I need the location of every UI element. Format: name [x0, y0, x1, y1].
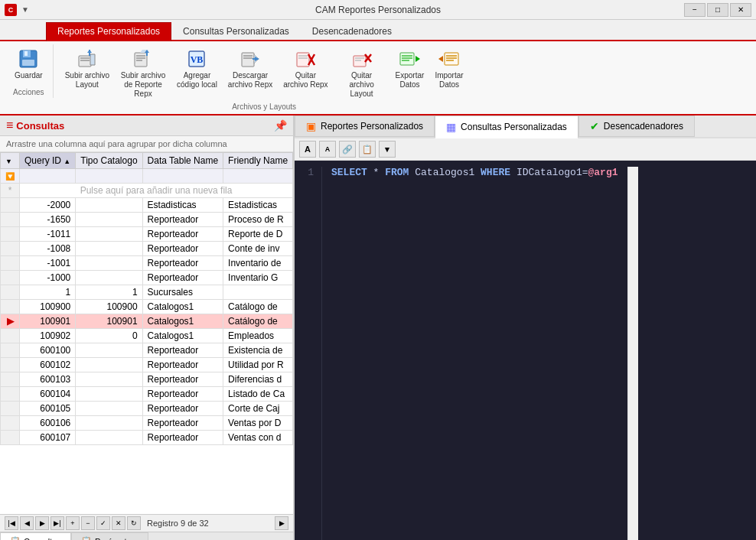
sql-editor[interactable]: 1 SELECT * FROM Catalogos1 WHERE IDCatal… — [295, 161, 756, 540]
nav-first-button[interactable]: |◀ — [5, 516, 18, 530]
more-button[interactable]: ▾ — [379, 141, 396, 158]
cell-query-id: 1 — [20, 285, 76, 300]
download-repx-button[interactable]: Descargararchivo Repx — [224, 44, 276, 92]
reportes-tab-label: Reportes Personalizados — [321, 121, 423, 132]
upload-repx-icon — [131, 47, 155, 71]
table-row[interactable]: -1000 Reporteador Inventario G — [1, 271, 293, 285]
upload-repx-button[interactable]: Subir archivode Reporte Repx — [116, 44, 170, 101]
cell-tipo — [76, 431, 142, 445]
svg-rect-31 — [355, 57, 364, 59]
table-row[interactable]: -2000 Estadisticas Estadisticas — [1, 198, 293, 213]
table-row[interactable]: 600106 Reporteador Ventas por D — [1, 416, 293, 431]
nav-add-button[interactable]: + — [66, 516, 80, 530]
remove-repx-button[interactable]: Quitararchivo Repx — [279, 44, 331, 92]
filter-query-id-input[interactable] — [24, 171, 70, 181]
link-button[interactable]: 🔗 — [339, 141, 356, 158]
sql-condition: IDCatalogo1= — [510, 167, 588, 178]
quick-access[interactable]: ▼ — [21, 5, 29, 14]
sql-from-kw: FROM — [385, 167, 409, 178]
new-row-text[interactable]: Pulse aquí para añadir una nueva fila — [20, 184, 293, 198]
cell-friendly: Existencia de — [223, 343, 293, 358]
add-code-button[interactable]: VB Agregarcódigo local — [173, 44, 221, 92]
cell-query-id: 600107 — [20, 431, 76, 445]
pin-button[interactable]: 📌 — [274, 119, 287, 132]
upload-layout-button[interactable]: Subir archivoLayout — [61, 44, 113, 92]
cell-tipo — [76, 271, 142, 285]
cell-friendly — [223, 285, 293, 300]
filter-query-id[interactable] — [20, 169, 76, 184]
tab-consultas[interactable]: Consultas Personalizadas — [171, 22, 301, 40]
nav-delete-button[interactable]: − — [81, 516, 95, 530]
right-tab-reportes[interactable]: ▣ Reportes Personalizados — [295, 115, 435, 137]
bottom-tab-consultas[interactable]: 📋 Consultas — [0, 532, 71, 540]
remove-layout-button[interactable]: Quitar archivoLayout — [335, 44, 389, 101]
group-by-bar: Arrastre una columna aquí para agrupar p… — [0, 136, 293, 152]
right-tab-desencadenadores[interactable]: ✔ Desencadenadores — [578, 115, 695, 137]
right-panel-tabs: ▣ Reportes Personalizados ▦ Consultas Pe… — [295, 115, 756, 138]
table-row[interactable]: -1008 Reporteador Conte de inv — [1, 242, 293, 256]
filter-tipo[interactable] — [76, 169, 142, 184]
table-row[interactable]: -1001 Reporteador Inventario de — [1, 256, 293, 271]
new-row-indicator: * — [1, 184, 20, 198]
cell-tipo — [76, 242, 142, 256]
minimize-button[interactable]: − — [684, 3, 705, 17]
save-button[interactable]: Guardar — [11, 44, 47, 83]
col-friendly[interactable]: Friendly Name — [223, 153, 293, 169]
filter-friendly[interactable] — [223, 169, 293, 184]
font-smaller-button[interactable]: A — [319, 141, 336, 158]
bottom-tab-parametros[interactable]: 📋 Parámetros — [71, 532, 148, 540]
cell-tipo — [76, 372, 142, 387]
table-row[interactable]: -1650 Reporteador Proceso de R — [1, 213, 293, 227]
remove-repx-label: Quitararchivo Repx — [283, 71, 327, 89]
filter-tipo-input[interactable] — [80, 171, 137, 181]
copy-button[interactable]: 📋 — [359, 141, 376, 158]
tab-reportes[interactable]: Reportes Personalizados — [46, 22, 171, 41]
add-code-label: Agregarcódigo local — [177, 71, 217, 89]
nav-confirm-button[interactable]: ✓ — [96, 516, 110, 530]
table-row[interactable]: 600103 Reporteador Diferencias d — [1, 372, 293, 387]
nav-cancel-button[interactable]: ✕ — [112, 516, 125, 530]
table-row[interactable]: 600100 Reporteador Existencia de — [1, 343, 293, 358]
font-larger-button[interactable]: A — [299, 141, 316, 158]
tab-desencadenadores[interactable]: Desencadenadores — [301, 22, 403, 40]
new-row-placeholder[interactable]: * Pulse aquí para añadir una nueva fila — [1, 184, 293, 198]
row-indicator — [1, 256, 20, 271]
nav-next-button[interactable]: ▶ — [35, 516, 49, 530]
sql-scrollbar[interactable] — [627, 167, 638, 540]
row-indicator — [1, 431, 20, 445]
close-button[interactable]: ✕ — [730, 3, 751, 17]
table-row[interactable]: ▶ 100901 100901 Catalogos1 Catálogo de — [1, 314, 293, 329]
table-row[interactable]: -1011 Reporteador Reporte de D — [1, 227, 293, 242]
filter-friendly-input[interactable] — [228, 171, 288, 181]
cell-data-table: Catalogos1 — [142, 314, 223, 329]
nav-prev-button[interactable]: ◀ — [20, 516, 34, 530]
filter-data-table[interactable] — [142, 169, 223, 184]
table-row[interactable]: 600107 Reporteador Ventas con d — [1, 431, 293, 445]
cell-data-table: Reporteador — [142, 431, 223, 445]
table-row[interactable]: 600102 Reporteador Utilidad por R — [1, 358, 293, 372]
panel-icon: ≡ — [6, 119, 13, 132]
table-row[interactable]: 600105 Reporteador Corte de Caj — [1, 402, 293, 416]
col-query-id[interactable]: Query ID ▲ — [20, 153, 76, 169]
nav-refresh-button[interactable]: ↻ — [127, 516, 141, 530]
cell-tipo: 0 — [76, 329, 142, 343]
table-row[interactable]: 100902 0 Catalogos1 Empleados — [1, 329, 293, 343]
filter-data-table-input[interactable] — [148, 171, 219, 181]
right-tab-consultas[interactable]: ▦ Consultas Personalizadas — [435, 115, 578, 138]
table-row[interactable]: 1 1 Sucursales — [1, 285, 293, 300]
import-data-button[interactable]: ImportarDatos — [431, 44, 467, 92]
col-data-table[interactable]: Data Table Name — [142, 153, 223, 169]
import-data-icon — [437, 47, 461, 71]
data-table-container[interactable]: ▼ Query ID ▲ Tipo Catalogo Data Table Na… — [0, 152, 293, 514]
export-data-button[interactable]: ExportarDatos — [392, 44, 429, 92]
table-row[interactable]: 100900 100900 Catalogos1 Catálogo de — [1, 300, 293, 314]
table-row[interactable]: 600104 Reporteador Listado de Ca — [1, 387, 293, 402]
sql-code[interactable]: SELECT * FROM Catalogos1 WHERE IDCatalog… — [322, 167, 627, 540]
save-icon — [16, 47, 41, 71]
nav-last-button[interactable]: ▶| — [51, 516, 64, 530]
cell-tipo — [76, 213, 142, 227]
nav-scroll-right[interactable]: ▶ — [275, 516, 288, 530]
svg-rect-32 — [355, 60, 361, 61]
col-tipo[interactable]: Tipo Catalogo — [76, 153, 142, 169]
maximize-button[interactable]: □ — [707, 3, 728, 17]
